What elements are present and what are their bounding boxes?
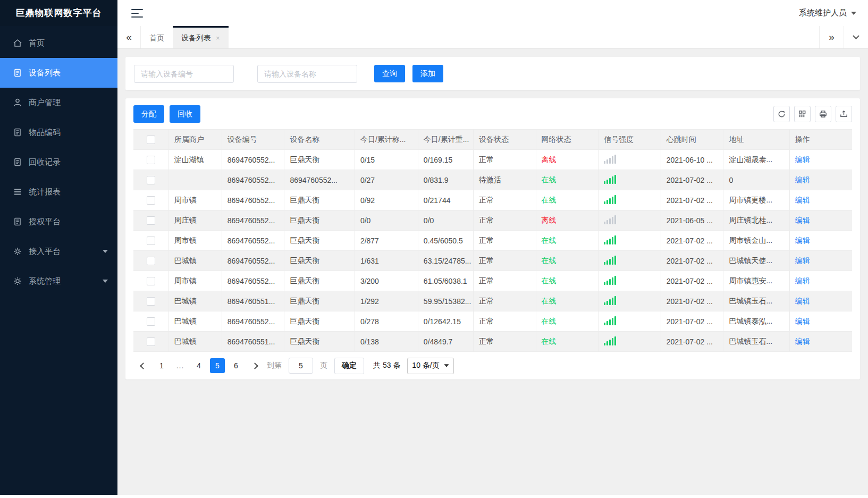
row-checkbox[interactable]	[147, 297, 155, 306]
menu-collapse-icon[interactable]	[131, 9, 143, 18]
sidebar-item-7[interactable]: 授权平台	[0, 207, 117, 237]
page-button-6[interactable]: 6	[229, 358, 243, 373]
device-name-input[interactable]	[257, 65, 357, 83]
sidebar-item-8[interactable]: 接入平台	[0, 237, 117, 266]
gear-icon	[13, 247, 22, 256]
next-page-icon[interactable]	[247, 358, 262, 373]
tabs-scroll-left-icon[interactable]: «	[117, 26, 141, 48]
refresh-button[interactable]	[773, 106, 790, 122]
user-menu[interactable]: 系统维护人员	[799, 8, 856, 18]
edit-link[interactable]: 编辑	[795, 297, 810, 305]
network-status-badge: 在线	[542, 256, 557, 265]
network-status-badge: 在线	[542, 317, 557, 325]
row-select-cell	[133, 271, 168, 291]
device-name-cell: 巨鼎天衡	[284, 190, 355, 210]
export-button[interactable]	[836, 106, 852, 122]
page-button-4[interactable]: 4	[191, 358, 206, 373]
row-checkbox[interactable]	[147, 156, 155, 164]
device-no-cell: 8694760552...	[222, 271, 284, 291]
merchant-user-icon	[13, 98, 22, 107]
caret-down-icon	[103, 250, 108, 253]
edit-link[interactable]: 编辑	[795, 276, 810, 285]
column-header: 设备编号	[222, 130, 284, 150]
edit-link[interactable]: 编辑	[795, 256, 810, 265]
signal-strength-cell	[599, 332, 661, 352]
table-row: 周市镇8694760552...巨鼎天衡0/920/21744正常在线2021-…	[133, 190, 852, 210]
device-table: 所属商户设备编号设备名称今日/累计称...今日/累计重...设备状态网络状态信号…	[133, 129, 852, 352]
sidebar-item-4[interactable]: 物品编码	[0, 117, 117, 147]
address-cell: 0	[723, 170, 789, 190]
pagination: 1...456到第页确定共 53 条10 条/页	[133, 352, 852, 379]
heartbeat-cell: 2021-07-02 ...	[661, 231, 723, 251]
recycle-button[interactable]: 回收	[170, 105, 200, 123]
row-select-cell	[133, 190, 168, 210]
assign-button[interactable]: 分配	[133, 105, 164, 123]
row-checkbox[interactable]	[147, 337, 155, 346]
device-status-cell: 正常	[473, 190, 536, 210]
device-status-cell: 正常	[473, 271, 536, 291]
row-select-cell	[133, 332, 168, 352]
close-icon[interactable]: ×	[216, 34, 220, 42]
main-area: 系统维护人员 « 首页设备列表× » 查询 添加 分配	[117, 0, 868, 495]
today-count-cell: 1/292	[355, 291, 418, 311]
today-weight-cell: 0/0	[418, 210, 473, 231]
row-checkbox[interactable]	[147, 317, 155, 326]
export-icon	[839, 109, 848, 119]
sidebar-item-9[interactable]: 系统管理	[0, 266, 117, 296]
device-no-input[interactable]	[134, 65, 234, 83]
topbar: 系统维护人员	[117, 0, 868, 26]
page-size-select[interactable]: 10 条/页	[407, 358, 453, 374]
table-row: 淀山湖镇8694760552...巨鼎天衡0/150/169.15正常离线202…	[133, 150, 852, 170]
device-no-cell: 8694760552...	[222, 311, 284, 332]
row-checkbox[interactable]	[147, 277, 155, 285]
page-button-5[interactable]: 5	[210, 358, 225, 373]
row-checkbox[interactable]	[147, 237, 155, 245]
network-status-cell: 在线	[536, 332, 599, 352]
row-checkbox[interactable]	[147, 257, 155, 265]
sidebar-item-2[interactable]: 设备列表	[0, 58, 117, 88]
row-checkbox[interactable]	[147, 196, 155, 205]
tab-label: 设备列表	[181, 33, 211, 43]
page-button-1[interactable]: 1	[154, 358, 169, 373]
signal-strength-cell	[599, 150, 661, 170]
signal-bars-icon	[604, 255, 616, 265]
edit-link[interactable]: 编辑	[795, 317, 810, 325]
edit-link[interactable]: 编辑	[795, 196, 810, 204]
signal-bars-icon	[604, 174, 616, 184]
edit-link[interactable]: 编辑	[795, 216, 810, 224]
columns-button[interactable]	[794, 106, 811, 122]
sidebar-item-5[interactable]: 回收记录	[0, 147, 117, 177]
sidebar-item-3[interactable]: 商户管理	[0, 88, 117, 117]
tabs-menu-icon[interactable]	[844, 26, 868, 48]
query-button[interactable]: 查询	[374, 65, 405, 82]
edit-link[interactable]: 编辑	[795, 236, 810, 244]
heartbeat-cell: 2021-07-02 ...	[661, 311, 723, 332]
tab-1[interactable]: 首页	[141, 26, 173, 48]
edit-link[interactable]: 编辑	[795, 155, 810, 164]
signal-bars-icon	[604, 215, 616, 224]
page-unit-label: 页	[320, 361, 327, 370]
confirm-page-button[interactable]: 确定	[334, 358, 364, 374]
network-status-badge: 在线	[542, 297, 557, 305]
sidebar-item-1[interactable]: 首页	[0, 28, 117, 58]
device-status-cell: 正常	[473, 251, 536, 271]
column-header: 今日/累计称...	[355, 130, 418, 150]
add-button[interactable]: 添加	[412, 65, 443, 82]
merchant-cell: 巴城镇	[168, 291, 222, 311]
tab-2[interactable]: 设备列表×	[173, 26, 229, 48]
print-button[interactable]	[815, 106, 831, 122]
prev-page-icon[interactable]	[136, 358, 150, 373]
device-name-cell: 巨鼎天衡	[284, 150, 355, 170]
caret-down-icon	[444, 364, 449, 367]
sidebar-item-6[interactable]: 统计报表	[0, 177, 117, 207]
row-checkbox[interactable]	[147, 216, 155, 225]
device-name-cell: 巨鼎天衡	[284, 251, 355, 271]
edit-link[interactable]: 编辑	[795, 337, 810, 345]
operation-cell: 编辑	[789, 311, 852, 332]
tabs-scroll-right-icon[interactable]: »	[819, 26, 844, 48]
goto-page-input[interactable]	[289, 358, 313, 374]
select-all-checkbox[interactable]	[147, 136, 155, 144]
row-checkbox[interactable]	[147, 176, 155, 184]
today-weight-cell: 59.95/15382...	[418, 291, 473, 311]
edit-link[interactable]: 编辑	[795, 175, 810, 184]
